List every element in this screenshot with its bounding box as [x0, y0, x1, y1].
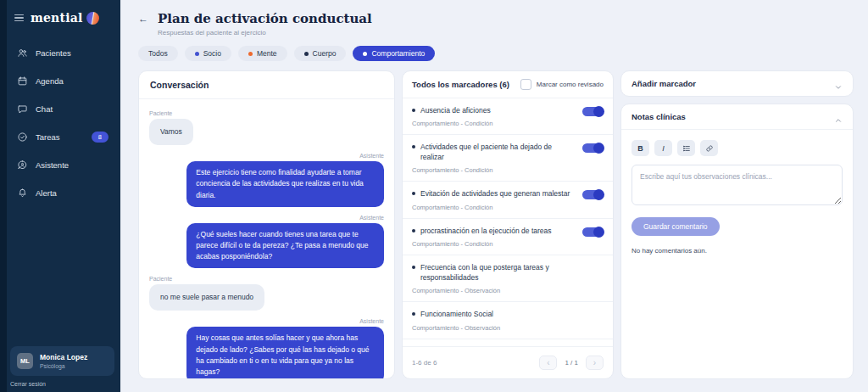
marker-title: Frecuencia con la que posterga tareas y …: [420, 263, 573, 283]
pagination-range: 1-6 de 6: [412, 359, 437, 367]
marker-meta: Comportamiento - Condición: [412, 166, 604, 174]
message-sender-label: Paciente: [149, 110, 384, 116]
sidebar-item-label: Chat: [36, 104, 53, 114]
sidebar-item-label: Alerta: [36, 188, 57, 198]
marker-title: Funcionamiento Social: [420, 310, 493, 319]
markers-footer: 1-6 de 6 ‹ 1 / 1 ›: [403, 346, 613, 378]
user-card[interactable]: ML Monica Lopez Psicóloga: [10, 346, 114, 376]
notes-title: Notas clínicas: [632, 112, 686, 121]
markers-title: Todos los marcadores (6): [412, 80, 509, 89]
chevron-left-icon[interactable]: ‹: [539, 356, 557, 370]
review-control: Marcar como revisado: [520, 79, 604, 90]
filter-pill-label: Socio: [203, 49, 221, 58]
main-area: ← Plan de activación conductual Respuest…: [120, 0, 868, 392]
add-marker-title: Añadir marcador: [632, 79, 696, 88]
conversation-body[interactable]: PacienteVamosAsistenteEste ejercicio tie…: [139, 99, 394, 378]
notes-body: BI Guardar comentario No hay comentarios…: [621, 130, 853, 265]
marker-title: procrastinación en la ejecución de tarea…: [420, 227, 552, 236]
marker-title: Actividades que el paciente ha dejado de…: [420, 143, 573, 162]
sidebar-item-tareas[interactable]: Tareas8: [7, 124, 120, 149]
pagination-controls: ‹ 1 / 1 ›: [539, 356, 604, 370]
message-sender-label: Asistente: [149, 318, 384, 324]
filter-pill-todos[interactable]: Todos: [138, 46, 178, 61]
marker-meta: Comportamiento - Observación: [412, 287, 604, 294]
filter-pill-cuerpo[interactable]: Cuerpo: [294, 46, 347, 61]
filter-pill-socio[interactable]: Socio: [185, 46, 231, 61]
page-indicator: 1 / 1: [565, 359, 578, 367]
content-columns: Conversación PacienteVamosAsistenteEste …: [138, 70, 854, 379]
filter-pill-mente[interactable]: Mente: [238, 46, 287, 61]
right-column: Añadir marcador Notas clínicas BI Guarda…: [620, 70, 854, 379]
sidebar: mential PacientesAgendaChatTareas8Asiste…: [0, 0, 120, 392]
clinical-notes-panel: Notas clínicas BI Guardar comentario No …: [620, 104, 854, 379]
category-dot-icon: [363, 52, 367, 56]
sidebar-item-pacientes[interactable]: Pacientes: [7, 40, 120, 65]
page-header: ← Plan de activación conductual Respuest…: [138, 11, 854, 36]
filter-pill-comportamiento[interactable]: Comportamiento: [353, 46, 435, 61]
bold-icon[interactable]: B: [632, 140, 649, 156]
link-icon[interactable]: [700, 140, 718, 156]
chevron-down-icon: [834, 80, 843, 88]
marker-dot-icon: [412, 145, 415, 148]
sidebar-item-chat[interactable]: Chat: [7, 96, 120, 121]
filter-pills: TodosSocioMenteCuerpoComportamiento: [138, 46, 854, 61]
conversation-panel: Conversación PacienteVamosAsistenteEste …: [138, 70, 395, 379]
sidebar-item-alerta[interactable]: Alerta: [7, 180, 120, 205]
patient-message-bubble: Vamos: [149, 119, 193, 145]
marker-dot-icon: [412, 109, 415, 112]
marker-item: Ausencia de aficionesComportamiento - Co…: [403, 98, 613, 135]
marker-toggle[interactable]: [582, 143, 604, 153]
patients-icon: [16, 47, 28, 59]
sidebar-item-label: Asistente: [36, 160, 69, 170]
sidebar-item-asistente[interactable]: Asistente: [7, 152, 120, 177]
brand-name: mential: [31, 11, 82, 25]
markers-list: Ausencia de aficionesComportamiento - Co…: [403, 98, 613, 339]
add-marker-panel[interactable]: Añadir marcador: [620, 70, 854, 97]
notes-header[interactable]: Notas clínicas: [621, 104, 853, 130]
sidebar-nav: PacientesAgendaChatTareas8AsistenteAlert…: [7, 38, 120, 207]
marker-toggle[interactable]: [582, 190, 604, 199]
marker-toggle[interactable]: [582, 227, 604, 237]
marker-title: Ausencia de aficiones: [420, 106, 491, 115]
marker-item: Evitación de actividades que generan mal…: [403, 182, 613, 218]
marker-toggle[interactable]: [582, 107, 604, 116]
assistant-message-bubble: ¿Qué sueles hacer cuando tienes una tare…: [186, 223, 384, 269]
filter-pill-label: Todos: [148, 49, 168, 58]
marker-item: Actividades que el paciente ha dejado de…: [403, 135, 613, 182]
save-comment-button[interactable]: Guardar comentario: [632, 217, 720, 236]
sidebar-item-label: Agenda: [36, 76, 64, 86]
conversation-title: Conversación: [139, 71, 394, 99]
markers-panel: Todos los marcadores (6) Marcar como rev…: [402, 70, 614, 379]
bell-icon: [16, 187, 28, 199]
marker-item: Funcionamiento SocialComportamiento - Ob…: [403, 302, 613, 339]
notes-toolbar: BI: [632, 140, 843, 156]
sidebar-item-agenda[interactable]: Agenda: [7, 68, 120, 93]
message-sender-label: Asistente: [149, 215, 384, 221]
marker-item: Frecuencia con la que posterga tareas y …: [403, 255, 613, 302]
list-icon[interactable]: [677, 140, 695, 156]
category-dot-icon: [195, 52, 199, 56]
message-sender-label: Asistente: [149, 153, 384, 159]
logout-link[interactable]: Cerrar sesión: [7, 378, 120, 392]
review-label: Marcar como revisado: [537, 81, 604, 88]
category-dot-icon: [304, 52, 309, 56]
back-button[interactable]: ←: [138, 14, 148, 24]
review-checkbox[interactable]: [520, 79, 531, 90]
marker-item: procrastinación en la ejecución de tarea…: [403, 219, 613, 255]
patient-message-bubble: no me suele pasar a menudo: [149, 284, 264, 311]
brand-logo: mential: [31, 11, 99, 25]
no-comments-text: No hay comentarios aún.: [632, 247, 843, 255]
sidebar-item-label: Pacientes: [36, 48, 71, 58]
page-subtitle: Respuestas del paciente al ejercicio: [158, 29, 372, 36]
chevron-right-icon[interactable]: ›: [586, 356, 604, 370]
filter-pill-label: Comportamiento: [371, 49, 425, 58]
menu-icon[interactable]: [14, 14, 24, 22]
assistant-message-bubble: Hay cosas que antes solías hacer y que a…: [186, 327, 384, 378]
sidebar-item-label: Tareas: [36, 132, 60, 142]
calendar-icon: [16, 75, 28, 87]
notes-input[interactable]: [632, 165, 843, 205]
italic-icon[interactable]: I: [654, 140, 672, 156]
marker-meta: Comportamiento - Condición: [412, 120, 604, 127]
marker-meta: Comportamiento - Observación: [412, 324, 604, 332]
app-root: mential PacientesAgendaChatTareas8Asiste…: [0, 0, 868, 392]
